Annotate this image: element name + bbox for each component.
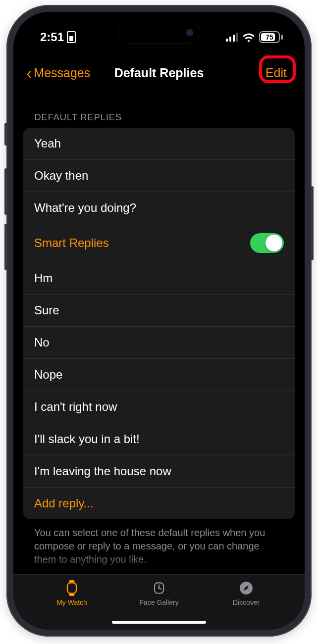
reply-row[interactable]: What're you doing?: [23, 192, 295, 224]
watch-icon: [63, 580, 80, 596]
reply-text: Hm: [34, 271, 53, 285]
add-reply-row[interactable]: Add reply...: [23, 488, 295, 519]
reply-text: I'm leaving the house now: [34, 464, 171, 478]
compass-icon: [238, 580, 255, 596]
reply-row[interactable]: I can't right now: [23, 391, 295, 423]
reply-row[interactable]: Nope: [23, 359, 295, 391]
reply-text: Nope: [34, 368, 62, 382]
battery-indicator: 75: [259, 31, 283, 43]
section-header: DEFAULT REPLIES: [23, 103, 295, 128]
tab-label: Face Gallery: [139, 598, 178, 606]
back-button[interactable]: ‹ Messages: [26, 64, 90, 81]
reply-row[interactable]: I'm leaving the house now: [23, 455, 295, 488]
wifi-icon: [242, 32, 255, 42]
replies-list: Yeah Okay then What're you doing? Smart …: [23, 128, 295, 519]
volume-up-button[interactable]: [4, 168, 7, 215]
reply-row[interactable]: Hm: [23, 262, 295, 295]
battery-percent: 75: [265, 33, 273, 41]
reply-text: I'll slack you in a bit!: [34, 432, 140, 446]
status-time: 2:51: [40, 30, 64, 44]
power-button[interactable]: [311, 186, 314, 260]
tab-discover[interactable]: Discover: [203, 580, 290, 630]
smart-replies-label: Smart Replies: [34, 236, 109, 250]
nav-bar: ‹ Messages Default Replies Edit: [13, 59, 305, 86]
reply-text: Sure: [34, 303, 59, 317]
screen: 2:51 75: [13, 12, 305, 630]
svg-line-6: [159, 588, 161, 589]
reply-row[interactable]: Okay then: [23, 160, 295, 192]
smart-replies-row: Smart Replies: [23, 224, 295, 262]
reply-text: What're you doing?: [34, 201, 136, 215]
back-label: Messages: [34, 66, 90, 80]
svg-rect-2: [67, 583, 76, 593]
reply-text: I can't right now: [34, 400, 117, 414]
reply-text: Okay then: [34, 169, 88, 183]
edit-button[interactable]: Edit: [261, 64, 292, 82]
dynamic-island: [117, 22, 201, 44]
smart-replies-toggle[interactable]: [250, 233, 284, 253]
phone-frame: 2:51 75: [6, 5, 312, 637]
silent-switch[interactable]: [4, 123, 7, 146]
cellular-signal-icon: [226, 33, 238, 42]
reply-row[interactable]: Yeah: [23, 128, 295, 160]
sim-card-icon: [67, 31, 76, 43]
section-footer: You can select one of these default repl…: [23, 519, 295, 566]
add-reply-label: Add reply...: [34, 496, 94, 510]
reply-row[interactable]: Sure: [23, 295, 295, 327]
chevron-left-icon: ‹: [26, 64, 32, 81]
page-title: Default Replies: [114, 66, 204, 80]
front-camera-icon: [186, 29, 193, 36]
volume-down-button[interactable]: [4, 224, 7, 270]
tab-label: Discover: [233, 598, 260, 606]
home-indicator[interactable]: [112, 621, 206, 624]
reply-text: No: [34, 336, 50, 349]
tab-label: My Watch: [56, 598, 87, 606]
reply-row[interactable]: I'll slack you in a bit!: [23, 423, 295, 455]
watch-face-icon: [151, 580, 167, 596]
reply-text: Yeah: [34, 137, 61, 150]
tab-my-watch[interactable]: My Watch: [28, 580, 115, 630]
content-scroll[interactable]: DEFAULT REPLIES Yeah Okay then What're y…: [13, 103, 305, 575]
reply-row[interactable]: No: [23, 327, 295, 359]
